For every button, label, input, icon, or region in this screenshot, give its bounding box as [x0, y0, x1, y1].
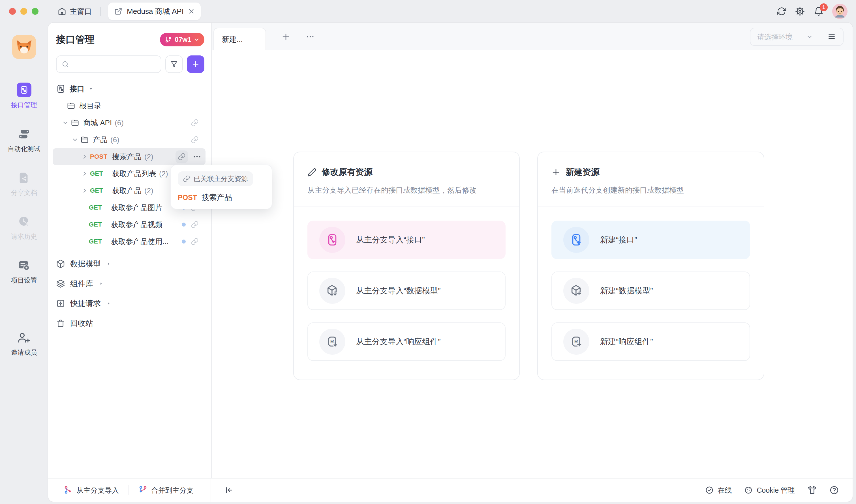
tree-section-data-models[interactable]: 数据模型	[48, 254, 211, 274]
branch-name: 07w1	[175, 36, 191, 43]
tab-label: 新建...	[222, 35, 243, 44]
method-badge: GET	[89, 221, 111, 228]
rail-item-label: 接口管理	[11, 101, 37, 109]
new-response-button[interactable]: R 新建“响应组件”	[552, 322, 750, 361]
online-status[interactable]: 在线	[705, 486, 732, 495]
help-icon[interactable]	[829, 485, 839, 495]
import-from-main-button[interactable]: 从主分支导入	[64, 486, 119, 495]
chevron-down-icon[interactable]	[62, 119, 69, 126]
rail-item-project-settings[interactable]: 项目设置	[11, 258, 37, 285]
tree-row-request-get-product-usage[interactable]: GET 获取参产品使用...	[48, 233, 211, 250]
svg-text:R: R	[330, 339, 334, 344]
settings-gear-icon[interactable]	[795, 6, 805, 16]
tab-project[interactable]: Medusa 商城 API	[108, 2, 201, 20]
environment-group: 请选择环境	[750, 28, 843, 46]
minimize-window-button[interactable]	[20, 8, 27, 15]
api-sidebar: 接口管理 07w1	[48, 23, 212, 478]
home-tab-label: 主窗口	[70, 6, 92, 16]
rail-item-invite-members[interactable]: 邀请成员	[11, 331, 37, 357]
new-model-button[interactable]: 新建“数据模型”	[552, 271, 750, 310]
cube-icon	[56, 259, 65, 268]
link-icon	[191, 238, 199, 246]
filter-button[interactable]	[165, 55, 183, 73]
rail-item-share-docs[interactable]: 分享文档	[11, 171, 37, 197]
rail-item-label: 邀请成员	[11, 348, 37, 357]
import-api-from-main-button[interactable]: 从主分支导入“接口”	[308, 221, 506, 259]
tree-row-folder-product[interactable]: 产品 (6)	[48, 131, 211, 148]
tree-row-count: (6)	[115, 119, 124, 127]
trash-icon	[56, 319, 65, 328]
rail-item-automated-testing[interactable]: 自动化测试	[8, 127, 40, 153]
method-badge: POST	[178, 194, 197, 202]
folder-icon	[71, 119, 79, 127]
tree-row-folder-mall-api[interactable]: 商城 API (6)	[48, 114, 211, 131]
rail-item-label: 自动化测试	[8, 145, 40, 153]
close-tab-icon[interactable]	[188, 8, 194, 14]
method-badge: POST	[90, 153, 112, 160]
tree-section-label: 快捷请求	[70, 299, 101, 309]
linked-main-branch-button[interactable]	[175, 150, 188, 163]
tshirt-theme-icon[interactable]	[807, 485, 817, 495]
close-window-button[interactable]	[9, 8, 16, 15]
tab-home[interactable]: 主窗口	[58, 6, 92, 16]
chevron-down-icon[interactable]	[71, 136, 79, 143]
project-logo[interactable]	[12, 35, 36, 59]
rail-item-api-management[interactable]: 接口管理	[11, 83, 37, 109]
response-import-icon: R	[319, 329, 345, 355]
import-model-from-main-button[interactable]: 从主分支导入“数据模型”	[308, 271, 506, 310]
chevron-right-icon[interactable]	[81, 187, 88, 194]
notifications-button[interactable]: 1	[814, 6, 824, 16]
tree-row-label: 获取参产品视频	[111, 220, 162, 230]
tree-section-recycle-bin[interactable]: 回收站	[48, 313, 211, 333]
collapse-sidebar-icon[interactable]	[225, 486, 233, 494]
new-api-button[interactable]: 新建“接口”	[552, 221, 750, 259]
card-item-label: 从主分支导入“数据模型”	[356, 285, 441, 296]
add-resource-button[interactable]	[187, 55, 204, 73]
cookie-manager-button[interactable]: Cookie 管理	[744, 486, 795, 495]
merge-to-main-button[interactable]: 合并到主分支	[139, 486, 194, 495]
tree-section-quick-requests[interactable]: 快捷请求	[48, 293, 211, 313]
user-avatar[interactable]	[832, 4, 848, 19]
card-item-label: 从主分支导入“接口”	[356, 234, 425, 245]
app-window: 主窗口 Medusa 商城 API 1	[0, 0, 856, 504]
tree-row-label: 搜索产品	[112, 152, 142, 162]
new-resource-canvas: 修改原有资源 从主分支导入已经存在的接口或数据模型，然后修改 从主分支导入“接口…	[212, 50, 853, 478]
rail-item-request-history[interactable]: 请求历史	[11, 215, 37, 241]
tree-row-count: (2)	[144, 186, 153, 195]
search-input[interactable]	[56, 55, 161, 73]
tab-list-more-icon[interactable]	[306, 32, 315, 41]
sync-icon[interactable]	[777, 6, 786, 16]
environment-select[interactable]: 请选择环境	[750, 28, 820, 45]
environment-menu-button[interactable]	[820, 28, 843, 45]
more-actions-icon[interactable]	[192, 152, 202, 161]
card-subtitle: 在当前迭代分支创建新的接口或数据模型	[552, 185, 750, 206]
popup-resource-item[interactable]: POST 搜索产品	[178, 192, 265, 202]
chevron-right-icon[interactable]	[81, 170, 88, 177]
api-new-icon	[563, 227, 589, 253]
method-badge: GET	[89, 238, 111, 245]
git-branch-icon	[165, 36, 172, 43]
new-tab-plus-icon[interactable]	[281, 32, 291, 41]
tree-row-request-get-product-videos[interactable]: GET 获取参产品视频	[48, 216, 211, 233]
api-management-icon	[17, 83, 31, 97]
tree-row-folder-root[interactable]: 根目录	[48, 97, 211, 114]
tree-section-component-library[interactable]: 组件库	[48, 274, 211, 293]
chevron-right-icon[interactable]	[81, 153, 88, 160]
folder-icon	[67, 102, 75, 110]
tree-row-label: 产品	[93, 135, 108, 145]
branch-selector[interactable]: 07w1	[160, 33, 204, 47]
api-import-icon	[319, 227, 345, 253]
tree-row-request-search-product[interactable]: POST 搜索产品 (2)	[53, 148, 206, 165]
import-response-from-main-button[interactable]: R 从主分支导入“响应组件”	[308, 322, 506, 361]
tree-row-label: 获取参产品图片	[111, 203, 162, 213]
invite-members-icon	[17, 331, 31, 345]
document-tab-bar: 新建... 请选择环境	[212, 23, 853, 50]
model-new-icon	[563, 278, 589, 304]
environment-placeholder: 请选择环境	[757, 32, 792, 41]
tab-new-document[interactable]: 新建...	[213, 28, 266, 50]
tree-section-label: 数据模型	[70, 259, 101, 269]
zoom-window-button[interactable]	[32, 8, 38, 15]
tree-section-apis[interactable]: 接口	[48, 80, 211, 97]
card-item-label: 新建“接口”	[600, 234, 637, 245]
search-icon	[62, 60, 69, 68]
